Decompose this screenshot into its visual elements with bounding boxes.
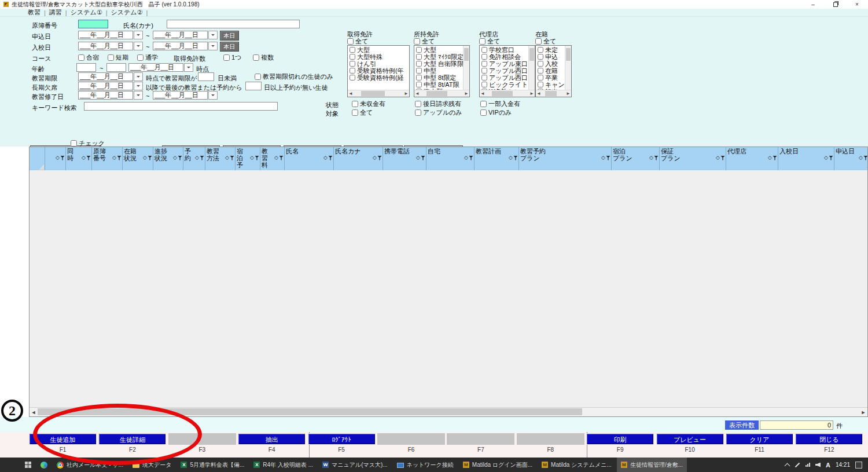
checkbox-box-VIPのみ[interactable] [480,109,487,116]
生徒詳細-button[interactable]: 生徒詳細 [98,433,166,445]
listbox-item-checkbox[interactable] [538,47,543,53]
taskbar-item-Matilda システムメニ...[interactable]: Matilda システムメニ... [538,458,616,472]
listbox-scroll-right-arrow[interactable]: ► [529,91,535,97]
taskbar-item-社内メール本文 - サ...[interactable]: 社内メール本文 - サ... [53,458,127,472]
absence-date[interactable] [78,82,133,90]
listbox-scroll-right-arrow[interactable]: ► [565,91,571,97]
restore-button[interactable] [824,0,846,9]
taskbar-item-edge-icon[interactable] [36,458,52,472]
抽出-button[interactable]: 抽出 [238,433,306,445]
sort-icon[interactable]: ◇ [601,155,605,160]
ime-icon[interactable] [826,462,830,469]
listbox-hscroll-track[interactable] [542,90,565,97]
deadline-date-dropdown[interactable] [134,72,143,81]
filter-icon[interactable] [469,156,473,160]
listbox-scroll-left-arrow[interactable]: ◄ [536,91,542,97]
filter-icon[interactable] [863,156,867,160]
filter-icon[interactable] [117,156,122,160]
apply-date-to-dropdown[interactable] [208,31,218,39]
column-header-進捗状況[interactable]: 進捗 状況◇ [153,147,183,170]
column-header-氏名カナ[interactable]: 氏名カナ◇ [334,147,383,170]
checkbox-複数[interactable]: 複数 [253,54,274,61]
menu-item-4[interactable]: システム② [107,8,146,17]
filter-icon[interactable] [513,156,518,160]
listbox-item-checkbox[interactable] [538,68,543,74]
filter-icon[interactable] [377,156,382,160]
sort-icon[interactable]: ◇ [824,155,828,160]
apply-today-button[interactable]: 本日 [220,31,239,41]
listbox-scroll-right-arrow[interactable]: ► [403,91,409,97]
listbox-scroll-right-arrow[interactable]: ► [464,91,469,97]
age-to-input[interactable] [106,63,126,72]
sort-icon[interactable]: ◇ [195,155,199,160]
filter-icon[interactable] [255,156,259,160]
absence-days-input[interactable] [245,82,262,90]
印刷-button[interactable]: 印刷 [586,433,654,445]
listbox-vscroll-thumb[interactable] [464,48,469,61]
checkbox-box-アップルのみ[interactable] [415,109,421,116]
table-body[interactable] [30,170,867,408]
filter-icon[interactable] [86,156,91,160]
listbox-vscroll-thumb[interactable] [566,48,571,61]
deadline-expired-checkbox[interactable]: 教習期限切れの生徒のみ [255,73,333,81]
listbox-vscrollbar[interactable] [565,46,571,90]
checkbox-box-1つ[interactable] [223,54,230,61]
column-header-宿泊予[interactable]: 宿 泊 予◇ [236,147,260,170]
network-signal-icon[interactable] [806,463,810,467]
listbox-hscroll-thumb[interactable] [426,91,447,96]
select-all-corner[interactable] [30,147,45,170]
sort-icon[interactable]: ◇ [716,155,720,160]
taskbar-item-ネットワーク接続[interactable]: ネットワーク接続 [393,458,458,472]
listbox-item-checkbox[interactable] [538,54,543,60]
filter-icon[interactable] [279,156,284,160]
column-header-保証プラン[interactable]: 保証 プラン◇ [660,147,726,170]
scroll-track[interactable] [38,408,859,416]
sort-icon[interactable]: ◇ [225,155,229,160]
listbox-item-checkbox[interactable] [350,75,355,81]
checkbox-box-合宿[interactable] [78,54,84,61]
age-date-dropdown[interactable] [184,63,193,72]
生徒追加-button[interactable]: 生徒追加 [29,433,97,445]
column-header-申込日[interactable]: 申込日◇ [834,147,867,170]
listbox-item-checkbox[interactable] [481,82,487,87]
filter-icon[interactable] [720,156,725,160]
listbox-scroll-left-arrow[interactable]: ◄ [414,91,420,97]
checkbox-box-複数[interactable] [253,54,259,61]
listbox-item-checkbox[interactable] [350,68,355,74]
all-checkbox-box[interactable] [535,38,542,45]
checkbox-box-通学[interactable] [137,54,144,61]
checkbox-box-全て[interactable] [352,109,358,116]
filter-icon[interactable] [200,156,204,160]
age-base-date[interactable] [128,63,183,72]
listbox-all-checkbox-所持免許[interactable]: 全て [414,38,435,45]
entry-date-from[interactable] [78,42,133,50]
scroll-right-arrow[interactable]: ► [859,409,867,415]
listbox-vscroll-thumb[interactable] [529,48,534,61]
checkbox-1つ[interactable]: 1つ [223,54,241,61]
taskbar-item-Matilda ログイン画面...[interactable]: Matilda ログイン画面... [459,458,536,472]
apply-date-from-dropdown[interactable] [134,31,143,39]
kana-input[interactable] [167,20,300,28]
listbox-item-checkbox[interactable] [416,75,422,81]
checkbox-VIPのみ[interactable]: VIPのみ [480,109,512,116]
listbox-item-checkbox[interactable] [538,82,543,87]
column-header-原簿番号[interactable]: 原簿 番号◇ [92,147,123,170]
checkbox-box-後日請求残有[interactable] [415,101,421,107]
entry-date-from-dropdown[interactable] [134,42,143,50]
listbox-item-checkbox[interactable] [481,61,487,67]
deadline-date[interactable] [78,72,133,81]
listbox-all-checkbox-在籍[interactable]: 全て [535,38,556,45]
listbox-hscroll-track[interactable] [354,90,403,97]
listbox-item-受験資格特例(経[interactable]: 受験資格特例(経 [348,74,409,81]
finish-date-to[interactable] [153,91,208,100]
listbox-vscrollbar[interactable] [463,46,469,90]
column-header-宿泊プラン[interactable]: 宿泊 プラン◇ [612,147,660,170]
sort-icon[interactable]: ◇ [112,155,116,160]
all-checkbox-box[interactable] [479,38,486,45]
閉じる-button[interactable]: 閉じる [795,433,863,445]
sort-icon[interactable]: ◇ [859,155,863,160]
listbox-item-checkbox[interactable] [538,75,543,81]
listbox-item-checkbox[interactable] [481,75,487,81]
checkbox-短期[interactable]: 短期 [108,54,128,61]
taskbar-item-マニュアル(マス大)...[interactable]: マニュアル(マス大)... [318,458,392,472]
